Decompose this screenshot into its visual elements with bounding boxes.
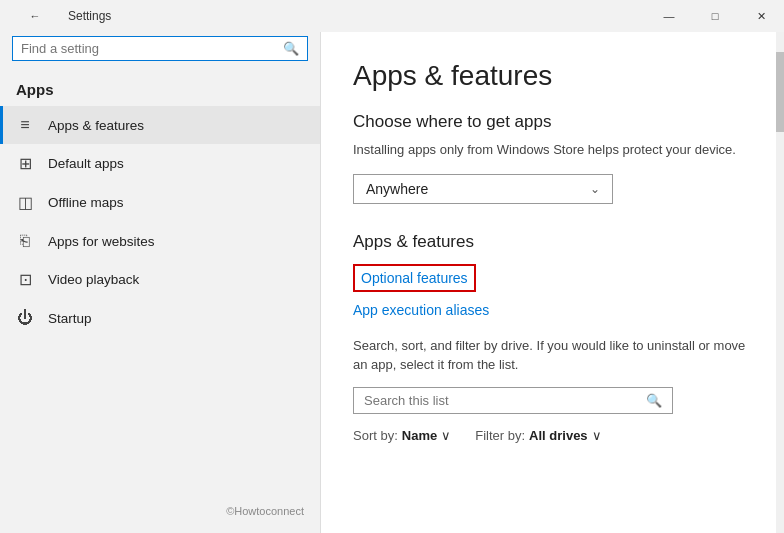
dropdown-value: Anywhere	[366, 181, 428, 197]
offline-maps-icon: ◫	[16, 193, 34, 212]
maximize-button[interactable]: □	[692, 0, 738, 32]
titlebar-title: Settings	[68, 9, 111, 23]
search-list-box[interactable]: 🔍	[353, 387, 673, 414]
sidebar-search-box[interactable]: 🔍	[12, 36, 308, 61]
startup-icon: ⏻	[16, 309, 34, 327]
app-execution-aliases-link[interactable]: App execution aliases	[353, 298, 752, 322]
section1-heading: Choose where to get apps	[353, 112, 752, 132]
content-area: Apps & features Choose where to get apps…	[320, 32, 784, 533]
optional-features-highlight: Optional features	[353, 264, 476, 292]
filter-value: All drives	[529, 428, 588, 443]
sidebar-section-title: Apps	[0, 73, 320, 106]
scrollbar-thumb[interactable]	[776, 52, 784, 132]
sidebar-item-label: Startup	[48, 311, 92, 326]
scrollbar-track[interactable]	[776, 32, 784, 533]
sidebar-item-label: Apps & features	[48, 118, 144, 133]
section2-heading: Apps & features	[353, 232, 752, 252]
sidebar-item-offline-maps[interactable]: ◫ Offline maps	[0, 183, 320, 222]
sort-value: Name	[402, 428, 437, 443]
close-button[interactable]: ✕	[738, 0, 784, 32]
sidebar-item-label: Default apps	[48, 156, 124, 171]
sidebar-item-startup[interactable]: ⏻ Startup	[0, 299, 320, 337]
default-apps-icon: ⊞	[16, 154, 34, 173]
section1-desc: Installing apps only from Windows Store …	[353, 140, 752, 160]
sidebar-item-video-playback[interactable]: ⊡ Video playback	[0, 260, 320, 299]
titlebar: ← Settings — □ ✕	[0, 0, 784, 32]
apps-websites-icon: ⎗	[16, 232, 34, 250]
optional-features-link[interactable]: Optional features	[355, 266, 474, 290]
search-icon: 🔍	[283, 41, 299, 56]
sidebar-item-label: Apps for websites	[48, 234, 155, 249]
window-controls: — □ ✕	[646, 0, 784, 32]
sidebar-item-apps-features[interactable]: ≡ Apps & features	[0, 106, 320, 144]
filter-chevron-icon: ∨	[592, 428, 602, 443]
sort-chevron-icon: ∨	[441, 428, 451, 443]
copyright-text: ©Howtoconnect	[0, 497, 320, 525]
chevron-down-icon: ⌄	[590, 182, 600, 196]
sidebar: 🔍 Apps ≡ Apps & features ⊞ Default apps …	[0, 32, 320, 533]
minimize-button[interactable]: —	[646, 0, 692, 32]
filter-label: Filter by:	[475, 428, 525, 443]
back-button[interactable]: ←	[12, 0, 58, 32]
app-body: 🔍 Apps ≡ Apps & features ⊞ Default apps …	[0, 32, 784, 533]
page-title: Apps & features	[353, 60, 752, 92]
sort-label: Sort by:	[353, 428, 398, 443]
video-playback-icon: ⊡	[16, 270, 34, 289]
sidebar-item-label: Offline maps	[48, 195, 124, 210]
sort-filter-row: Sort by: Name ∨ Filter by: All drives ∨	[353, 428, 752, 443]
search-list-input[interactable]	[364, 393, 646, 408]
search-input[interactable]	[21, 41, 283, 56]
filter-by-control[interactable]: Filter by: All drives ∨	[475, 428, 601, 443]
search-list-icon: 🔍	[646, 393, 662, 408]
sort-by-control[interactable]: Sort by: Name ∨	[353, 428, 451, 443]
sidebar-item-label: Video playback	[48, 272, 139, 287]
apps-features-icon: ≡	[16, 116, 34, 134]
sidebar-item-default-apps[interactable]: ⊞ Default apps	[0, 144, 320, 183]
apps-source-dropdown[interactable]: Anywhere ⌄	[353, 174, 613, 204]
filter-description: Search, sort, and filter by drive. If yo…	[353, 336, 752, 375]
sidebar-item-apps-websites[interactable]: ⎗ Apps for websites	[0, 222, 320, 260]
